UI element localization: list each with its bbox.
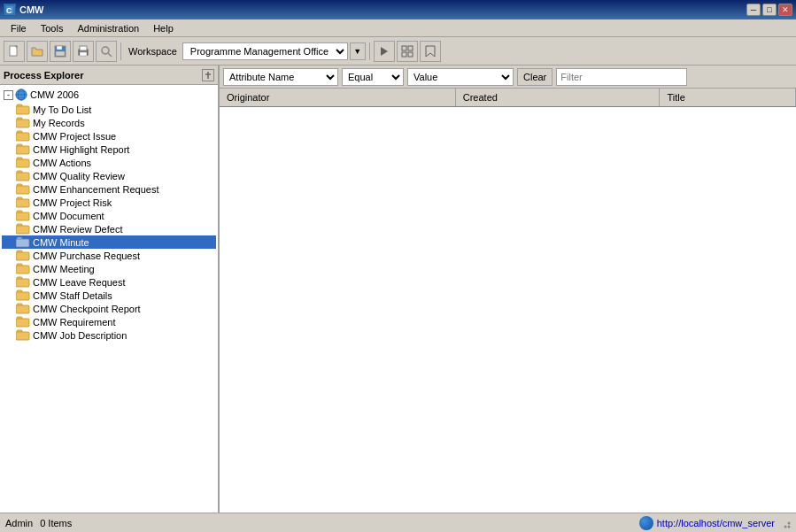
svg-rect-15 xyxy=(402,52,406,57)
menu-tools[interactable]: Tools xyxy=(34,21,71,35)
tree-expand-cmw2006[interactable]: - xyxy=(4,90,13,100)
folder-icon xyxy=(16,276,30,288)
tree-item-17[interactable]: CMW Job Description xyxy=(2,328,216,342)
filter-bar: Attribute Name Equal Value Clear xyxy=(220,66,796,89)
tree-items: My To Do ListMy RecordsCMW Project Issue… xyxy=(2,103,216,342)
toolbar-separator-2 xyxy=(369,42,370,60)
close-button[interactable]: ✕ xyxy=(778,4,792,16)
workspace-dropdown-button[interactable]: ▼ xyxy=(350,42,366,60)
svg-line-11 xyxy=(108,53,112,57)
tree-item-label: CMW Minute xyxy=(33,237,89,248)
svg-rect-9 xyxy=(80,52,87,56)
equal-select[interactable]: Equal xyxy=(342,68,404,86)
toolbar-separator-1 xyxy=(120,42,121,60)
tree-item-label: CMW Requirement xyxy=(33,317,116,328)
records-table: Originator Created Title xyxy=(220,89,796,107)
tree-item-label: CMW Actions xyxy=(33,158,91,168)
globe-icon xyxy=(15,89,27,101)
attribute-name-select[interactable]: Attribute Name xyxy=(223,68,338,86)
svg-rect-42 xyxy=(16,212,29,220)
tree-item-6[interactable]: CMW Enhancement Request xyxy=(2,182,216,196)
value-select[interactable]: Value xyxy=(407,68,514,86)
menu-bar: File Tools Administration Help xyxy=(0,19,796,37)
status-user: Admin xyxy=(5,518,33,528)
svg-rect-46 xyxy=(16,239,29,247)
col-originator[interactable]: Originator xyxy=(220,89,455,106)
svg-point-63 xyxy=(788,521,791,524)
tree-item-label: CMW Highlight Report xyxy=(33,144,129,155)
folder-icon xyxy=(16,263,30,274)
tree-item-0[interactable]: My To Do List xyxy=(2,103,216,116)
tree-item-label: CMW Meeting xyxy=(33,264,95,274)
content-table: Originator Created Title xyxy=(220,89,796,513)
menu-file[interactable]: File xyxy=(4,21,34,35)
process-explorer-title: Process Explorer xyxy=(4,70,84,81)
tree-item-label: CMW Purchase Request xyxy=(33,251,140,261)
tree-item-4[interactable]: CMW Actions xyxy=(2,156,216,169)
save-button[interactable] xyxy=(50,41,71,62)
minimize-button[interactable]: ─ xyxy=(746,4,761,16)
svg-rect-2 xyxy=(10,46,17,56)
svg-rect-14 xyxy=(408,46,413,50)
svg-rect-26 xyxy=(16,106,29,114)
tree-item-label: My To Do List xyxy=(33,104,91,115)
tree-item-15[interactable]: CMW Checkpoint Report xyxy=(2,302,216,315)
tree-item-label: CMW Quality Review xyxy=(33,171,125,181)
tree-item-2[interactable]: CMW Project Issue xyxy=(2,129,216,143)
tree-item-label: CMW Document xyxy=(33,211,104,221)
tree-root-cmw2006[interactable]: - CMW 2006 xyxy=(2,87,216,103)
search-button[interactable] xyxy=(96,41,117,62)
nav-bookmark-button[interactable] xyxy=(420,41,441,62)
tree-item-13[interactable]: CMW Leave Request xyxy=(2,275,216,289)
tree-item-3[interactable]: CMW Highlight Report xyxy=(2,143,216,156)
folder-icon xyxy=(16,157,30,168)
tree-item-7[interactable]: CMW Project Risk xyxy=(2,196,216,209)
tree-item-14[interactable]: CMW Staff Details xyxy=(2,289,216,302)
tree-item-12[interactable]: CMW Meeting xyxy=(2,262,216,275)
resize-grip-icon[interactable] xyxy=(780,518,791,528)
col-created[interactable]: Created xyxy=(455,89,660,106)
tree-item-1[interactable]: My Records xyxy=(2,116,216,129)
svg-rect-13 xyxy=(402,46,406,50)
svg-point-61 xyxy=(788,525,791,528)
tree-item-10[interactable]: CMW Minute xyxy=(2,235,216,249)
menu-administration[interactable]: Administration xyxy=(70,21,146,35)
status-url: http://localhost/cmw_server xyxy=(657,518,775,528)
svg-rect-34 xyxy=(16,159,29,167)
folder-icon xyxy=(16,303,30,314)
maximize-button[interactable]: □ xyxy=(762,4,777,16)
open-button[interactable] xyxy=(27,41,48,62)
right-panel: Attribute Name Equal Value Clear Origina… xyxy=(220,66,796,513)
tree-item-8[interactable]: CMW Document xyxy=(2,209,216,222)
col-title[interactable]: Title xyxy=(660,89,796,106)
tree-item-label: CMW Checkpoint Report xyxy=(33,304,141,314)
nav-forward-button[interactable] xyxy=(374,41,395,62)
svg-rect-56 xyxy=(16,305,29,313)
workspace-select[interactable]: Programme Management Office xyxy=(182,42,348,60)
filter-input[interactable] xyxy=(556,68,687,86)
tree-item-16[interactable]: CMW Requirement xyxy=(2,315,216,328)
folder-icon xyxy=(16,236,30,248)
status-item-count: 0 Items xyxy=(40,518,72,528)
tree-item-label: CMW Enhancement Request xyxy=(33,184,158,195)
tree-item-5[interactable]: CMW Quality Review xyxy=(2,169,216,182)
status-right: http://localhost/cmw_server xyxy=(639,516,791,530)
folder-icon xyxy=(16,117,30,128)
new-button[interactable] xyxy=(4,41,25,62)
print-button[interactable] xyxy=(73,41,94,62)
menu-help[interactable]: Help xyxy=(146,21,181,35)
pin-button[interactable] xyxy=(202,69,214,81)
svg-rect-8 xyxy=(80,46,87,50)
tree-item-11[interactable]: CMW Purchase Request xyxy=(2,249,216,262)
folder-icon xyxy=(16,289,30,301)
maximize-icon: □ xyxy=(767,5,771,14)
tree-item-9[interactable]: CMW Review Defect xyxy=(2,222,216,235)
svg-point-62 xyxy=(784,525,787,528)
folder-icon xyxy=(16,329,30,341)
svg-rect-28 xyxy=(16,120,29,127)
tree-root-label: CMW 2006 xyxy=(30,89,79,100)
clear-button[interactable]: Clear xyxy=(517,68,553,86)
status-left: Admin 0 Items xyxy=(5,518,639,528)
svg-point-10 xyxy=(102,47,109,54)
nav-grid-button[interactable] xyxy=(397,41,418,62)
